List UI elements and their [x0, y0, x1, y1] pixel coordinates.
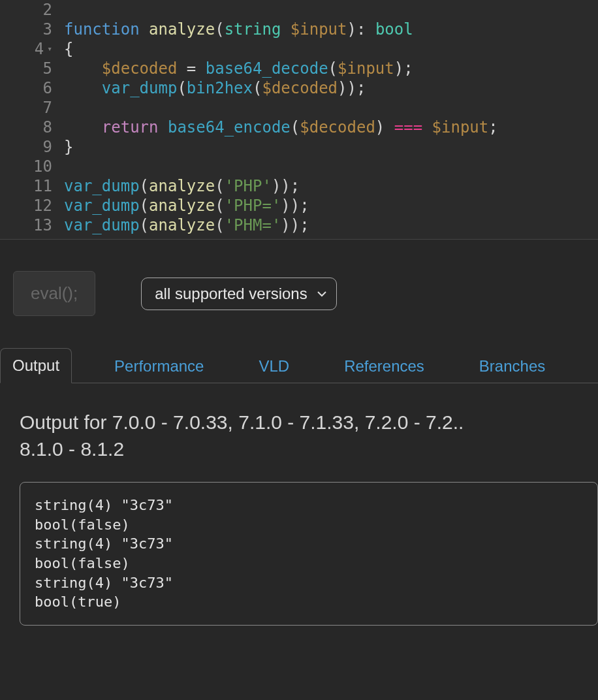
code-line[interactable] [64, 0, 598, 20]
code-line[interactable]: return base64_encode($decoded) === $inpu… [64, 118, 598, 137]
fold-icon[interactable]: ▾ [47, 39, 52, 59]
output-tabs: OutputPerformanceVLDReferencesBranches [0, 347, 598, 383]
code-line[interactable]: { [64, 39, 598, 59]
code-line[interactable]: var_dump(analyze('PHP')); [64, 176, 598, 196]
line-number: 7 [5, 98, 52, 118]
version-select-value: all supported versions [155, 285, 307, 302]
code-line[interactable]: var_dump(analyze('PHM=')); [64, 215, 598, 235]
line-number: 5 [5, 59, 52, 78]
code-line[interactable]: } [64, 137, 598, 157]
line-number: 13 [5, 215, 52, 235]
code-line[interactable]: function analyze(string $input): bool [64, 20, 598, 39]
tab-references[interactable]: References [332, 349, 437, 383]
code-line[interactable]: var_dump(analyze('PHP=')); [64, 196, 598, 215]
version-select[interactable]: all supported versions [141, 278, 336, 310]
line-number: 10 [5, 157, 52, 176]
line-number: 9 [5, 137, 52, 157]
line-number: 11 [5, 176, 52, 196]
controls-bar: eval(); all supported versions [0, 240, 598, 347]
code-area[interactable]: function analyze(string $input): bool{ $… [64, 0, 598, 235]
tab-performance[interactable]: Performance [102, 349, 216, 383]
eval-button[interactable]: eval(); [13, 271, 95, 316]
line-number: 6 [5, 78, 52, 98]
code-editor[interactable]: 234▾5678910111213 function analyze(strin… [0, 0, 598, 240]
tab-output[interactable]: Output [0, 348, 72, 383]
tab-vld[interactable]: VLD [246, 349, 302, 383]
code-line[interactable] [64, 157, 598, 176]
output-panel: Output for 7.0.0 - 7.0.33, 7.1.0 - 7.1.3… [0, 383, 598, 626]
output-heading: Output for 7.0.0 - 7.0.33, 7.1.0 - 7.1.3… [20, 409, 598, 462]
line-number: 4▾ [5, 39, 52, 59]
code-line[interactable]: var_dump(bin2hex($decoded)); [64, 78, 598, 98]
chevron-down-icon [317, 285, 327, 303]
output-text: string(4) "3c73" bool(false) string(4) "… [20, 482, 598, 626]
line-gutter: 234▾5678910111213 [0, 0, 64, 235]
line-number: 12 [5, 196, 52, 215]
line-number: 3 [5, 20, 52, 39]
code-line[interactable] [64, 98, 598, 118]
tab-branches[interactable]: Branches [467, 349, 558, 383]
line-number: 8 [5, 118, 52, 137]
code-line[interactable]: $decoded = base64_decode($input); [64, 59, 598, 78]
line-number: 2 [5, 0, 52, 20]
